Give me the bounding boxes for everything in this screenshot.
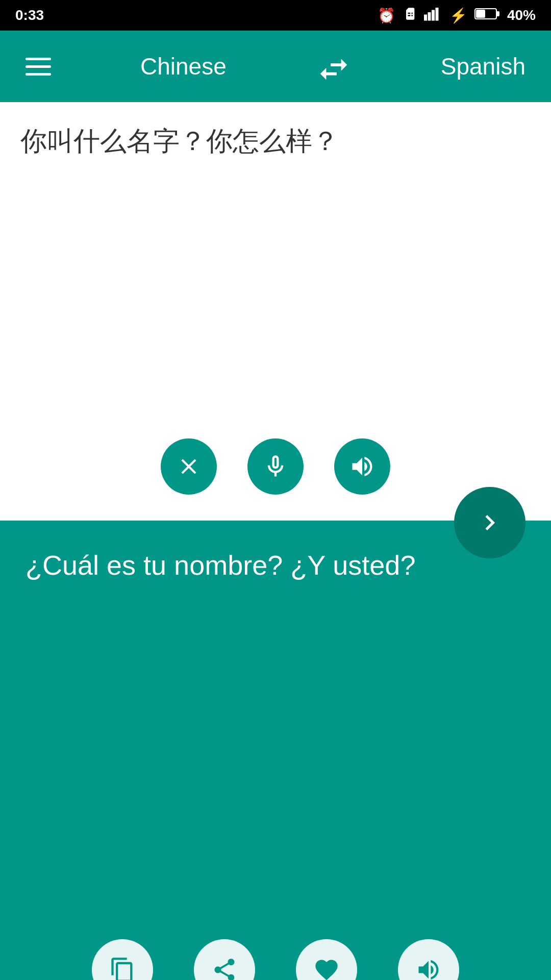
output-action-buttons [0, 939, 551, 980]
charging-icon: ⚡ [449, 7, 467, 24]
target-language[interactable]: Spanish [441, 53, 525, 80]
header: Chinese Spanish [0, 31, 551, 102]
share-button[interactable] [194, 939, 255, 980]
microphone-button[interactable] [247, 438, 304, 495]
status-icons: ⏰ ⚡ 40% [378, 7, 536, 24]
svg-rect-2 [432, 10, 435, 20]
svg-rect-5 [496, 11, 499, 16]
svg-rect-3 [435, 8, 438, 21]
favorite-button[interactable] [296, 939, 357, 980]
speak-output-button[interactable] [398, 939, 459, 980]
alarm-icon: ⏰ [378, 7, 395, 24]
speak-input-button[interactable] [334, 438, 390, 495]
battery-icon [474, 7, 500, 24]
output-section: ¿Cuál es tu nombre? ¿Y usted? [0, 521, 551, 980]
copy-button[interactable] [92, 939, 153, 980]
menu-button[interactable] [26, 58, 51, 76]
clear-button[interactable] [161, 438, 217, 495]
signal-icon [424, 7, 442, 24]
svg-rect-6 [476, 10, 485, 18]
status-time: 0:33 [15, 7, 44, 23]
status-bar: 0:33 ⏰ ⚡ 40% [0, 0, 551, 31]
swap-languages-button[interactable] [316, 51, 352, 82]
send-button[interactable] [454, 487, 525, 558]
source-text-input[interactable] [0, 102, 551, 429]
source-language[interactable]: Chinese [140, 53, 227, 80]
battery-percent: 40% [507, 7, 536, 23]
input-section [0, 102, 551, 521]
svg-rect-1 [428, 12, 431, 21]
sim-icon [403, 7, 417, 24]
translated-text: ¿Cuál es tu nombre? ¿Y usted? [26, 546, 525, 585]
svg-rect-0 [424, 14, 427, 20]
